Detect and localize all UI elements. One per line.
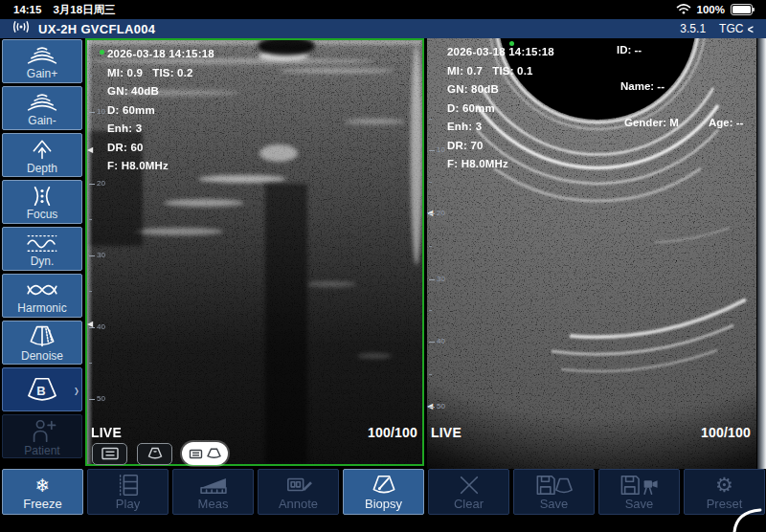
dual-view-button-selected[interactable] (182, 442, 228, 465)
button-label: Biopsy (365, 498, 402, 510)
focus-button[interactable]: Focus (2, 180, 82, 224)
left-control-sidebar: Gain+ Gain- Depth Focus Dyn. (0, 39, 84, 461)
button-label: Denoise (21, 350, 63, 362)
gain-minus-button[interactable]: Gain- (2, 86, 82, 130)
focus-brackets-icon (26, 185, 58, 208)
clock-date: 3月18日周三 (53, 3, 115, 17)
ultrasound-view-left-linear[interactable]: 10 ◀ 20 30 ◀ 40 50 2026-03-18 14:15:18 M… (85, 38, 424, 466)
button-label: Focus (27, 209, 58, 220)
button-label: Gain- (28, 115, 56, 126)
corner-gesture-arc (732, 505, 763, 532)
battery-percent: 100% (697, 4, 725, 15)
tgc-panel-toggle[interactable]: TGC < (719, 22, 755, 36)
convex-probe-icon (146, 447, 165, 460)
linear-display-icon (101, 447, 120, 460)
patient-age: Age: -- (709, 117, 743, 128)
device-title: UX-2H GVCFLA004 (38, 22, 155, 36)
button-label: Dyn. (31, 255, 55, 267)
frame-counter: 100/100 (701, 425, 751, 440)
single-convex-view-button[interactable] (137, 443, 172, 465)
biopsy-needle-fan-icon (366, 475, 402, 496)
linear-display-icon (189, 449, 203, 459)
note-pencil-icon (282, 475, 315, 496)
chevron-right-icon: › (75, 378, 79, 401)
bottom-toolbar: ❄ Freeze Play Meas Annote Biopsy (0, 469, 765, 515)
frequency-value: F: H8.0MHz (447, 155, 554, 174)
tgc-panel-edge[interactable] (757, 38, 766, 469)
button-label: Freeze (23, 498, 61, 510)
depth-ruler-left: 10 ◀ 20 30 ◀ 40 50 (87, 40, 108, 464)
timestamp: 2026-03-18 14:15:18 (107, 45, 214, 64)
depth-ruler-right: 10 ◀ 20 30 40 ◀ 50 (427, 38, 448, 469)
app-header: UX-2H GVCFLA004 3.5.1 TGC < (0, 19, 766, 38)
patient-name: Name: -- (620, 80, 665, 92)
frequency-value: F: H8.0MHz (107, 157, 214, 176)
gain-plus-button[interactable]: Gain+ (2, 39, 82, 83)
live-badge: LIVE (91, 425, 122, 440)
button-label: Gain+ (27, 68, 57, 79)
floppy-image-icon (532, 475, 576, 496)
b-mode-letter: B (36, 384, 45, 398)
button-label: Clear (454, 498, 484, 510)
clock-time: 14:15 (13, 4, 41, 15)
tis-value: TIS: 0.2 (152, 67, 193, 78)
app-version: 3.5.1 (680, 22, 706, 35)
dynamic-range-value: DR: 70 (447, 137, 554, 156)
live-status-dot (100, 50, 104, 55)
button-label: Play (116, 498, 140, 510)
mi-value: MI: 0.9 (107, 67, 143, 78)
gear-icon: ⚙ (715, 475, 733, 496)
play-button[interactable]: Play (87, 469, 169, 515)
dynamic-range-button[interactable]: Dyn. (2, 227, 82, 271)
x-cross-icon (457, 475, 482, 496)
clear-button[interactable]: Clear (428, 469, 509, 515)
denoise-button[interactable]: Denoise (2, 321, 82, 365)
gain-value: GN: 80dB (447, 80, 554, 100)
depth-button[interactable]: Depth (2, 133, 82, 177)
tgc-label: TGC (719, 22, 743, 35)
filmstrip-icon (112, 475, 145, 496)
gain-value: GN: 40dB (107, 82, 214, 101)
floppy-video-icon (617, 475, 663, 496)
b-mode-button[interactable]: B › (2, 367, 82, 411)
depth-up-arrow-icon (29, 137, 56, 162)
harmonic-waves-icon (23, 278, 61, 301)
freeze-button[interactable]: ❄ Freeze (2, 469, 83, 515)
denoise-split-fan-icon (26, 323, 58, 349)
scan-parameters-left: 2026-03-18 14:15:18 MI: 0.9TIS: 0.2 GN: … (107, 45, 214, 176)
battery-icon (731, 4, 753, 15)
timestamp: 2026-03-18 14:15:18 (447, 43, 554, 62)
button-label: Save (540, 498, 569, 510)
enhance-value: Enh: 3 (107, 120, 214, 139)
mi-value: MI: 0.7 (447, 65, 483, 77)
save-image-button[interactable]: Save (513, 469, 595, 515)
annotate-button[interactable]: Annote (258, 469, 339, 515)
dynamic-range-value: DR: 60 (107, 139, 214, 158)
measure-button[interactable]: Meas (172, 469, 254, 515)
convex-probe-icon (206, 448, 222, 459)
ultrasound-app-screen: 14:15 3月18日周三 100% UX-2H GVCFLA004 3.5.1 (0, 0, 766, 532)
button-label: Depth (27, 163, 57, 174)
scan-parameters-right: 2026-03-18 14:15:18 MI: 0.7TIS: 0.1 GN: … (447, 43, 554, 174)
probe-antenna-icon (11, 20, 31, 38)
live-badge: LIVE (431, 425, 462, 440)
tis-value: TIS: 0.1 (492, 65, 533, 77)
patient-button[interactable]: Patient (2, 414, 82, 458)
wifi-icon (676, 3, 691, 16)
enhance-value: Enh: 3 (447, 118, 554, 137)
patient-person-icon (27, 417, 57, 444)
gain-plus-icon (24, 44, 60, 67)
layout-switcher (92, 442, 228, 465)
save-video-button[interactable]: Save (598, 469, 680, 515)
single-linear-view-button[interactable] (92, 443, 127, 465)
depth-value: D: 60mm (107, 101, 214, 121)
button-label: Harmonic (17, 302, 66, 314)
button-label: Save (625, 498, 654, 510)
snowflake-icon: ❄ (35, 475, 51, 496)
button-label: Annote (279, 498, 318, 510)
biopsy-button[interactable]: Biopsy (343, 469, 424, 515)
harmonic-button[interactable]: Harmonic (2, 274, 82, 318)
patient-gender: Gender: M (624, 117, 679, 128)
ultrasound-view-right-radial[interactable]: 10 ◀ 20 30 40 ◀ 50 2026-03-18 14:15:18 M… (427, 38, 756, 469)
status-bar: 14:15 3月18日周三 100% (0, 0, 766, 19)
